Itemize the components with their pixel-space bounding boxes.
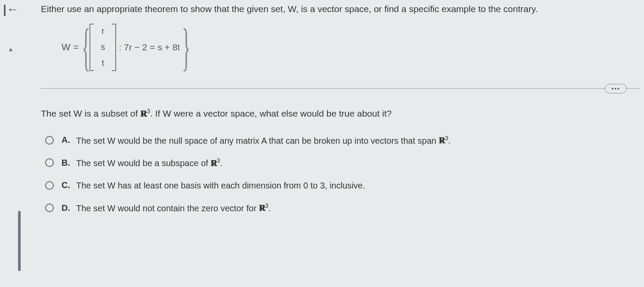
option-c[interactable]: C. The set W has at least one basis with… [45,179,640,191]
option-letter: B. [62,158,70,168]
bracket-left [89,24,94,71]
set-definition: W = { r s t : 7r − 2 = s + 8t } [62,24,640,71]
vector-entry: t [102,58,105,68]
vector-matrix: r s t [89,24,116,71]
brace-left: { [81,25,90,69]
option-d[interactable]: D. The set W would not contain the zero … [45,202,640,214]
divider-row: ••• [41,84,640,93]
option-letter: C. [62,180,70,190]
content-area: Either use an appropriate theorem to sho… [41,0,640,224]
sub-question: The set W is a subset of R3. If W were a… [41,108,640,119]
radio-icon[interactable] [45,204,54,212]
question-prompt: Either use an appropriate theorem to sho… [41,2,640,16]
radio-icon[interactable] [45,181,54,190]
option-text: The set W has at least one basis with ea… [76,179,365,191]
radio-icon[interactable] [45,158,54,167]
real-symbol: R [140,108,147,119]
option-text: The set W would not contain the zero vec… [76,202,271,214]
collapse-icon[interactable]: ▲ [8,46,14,52]
brace-right: } [182,25,191,69]
more-button[interactable]: ••• [605,84,627,93]
bracket-right [112,24,116,71]
scroll-indicator[interactable] [18,211,21,271]
option-letter: A. [62,135,70,145]
divider-line [41,88,640,89]
option-a[interactable]: A. The set W would be the null space of … [45,134,640,147]
options-list: A. The set W would be the null space of … [45,134,640,214]
option-text: The set W would be a subspace of R3. [76,157,222,169]
set-label: W = [62,42,79,53]
back-icon[interactable]: |← [3,3,18,15]
option-text: The set W would be the null space of any… [76,134,451,147]
option-b[interactable]: B. The set W would be a subspace of R3. [45,157,640,169]
vector-entry: r [102,26,105,36]
vector-entry: s [101,42,105,52]
set-condition: : 7r − 2 = s + 8t [119,42,180,52]
radio-icon[interactable] [45,136,54,145]
option-letter: D. [62,203,70,213]
